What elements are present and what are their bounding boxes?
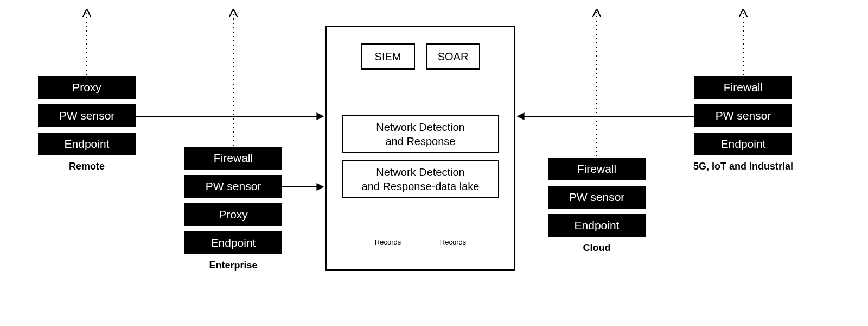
enterprise-firewall-pill: Firewall [184,147,282,170]
remote-proxy-pill: Proxy [38,76,136,99]
soar-box: SOAR [426,43,480,70]
iot-item-1: PW sensor [716,109,771,122]
enterprise-proxy-pill: Proxy [184,203,282,226]
iot-label: 5G, IoT and industrial [678,161,808,172]
cloud-firewall-pill: Firewall [548,158,646,180]
remote-item-0: Proxy [72,81,101,94]
cloud-pwsensor-pill: PW sensor [548,186,646,209]
enterprise-endpoint-pill: Endpoint [184,231,282,254]
remote-item-1: PW sensor [59,109,115,122]
enterprise-pwsensor-pill: PW sensor [184,175,282,198]
ndr-box-1: Network Detection and Response [342,115,499,153]
enterprise-item-3: Endpoint [211,236,256,249]
cloud-item-0: Firewall [577,162,616,175]
records-label-2: Records [437,238,469,246]
enterprise-item-2: Proxy [219,208,248,221]
siem-box: SIEM [361,43,415,70]
iot-item-2: Endpoint [721,137,766,151]
enterprise-item-0: Firewall [214,152,253,165]
cloud-item-1: PW sensor [569,191,625,204]
iot-pwsensor-pill: PW sensor [694,104,792,127]
siem-label: SIEM [375,49,401,64]
ndr2-label: Network Detection and Response-data lake [362,165,480,193]
iot-item-0: Firewall [724,81,763,94]
enterprise-label: Enterprise [184,260,282,271]
cloud-item-2: Endpoint [575,219,620,232]
remote-label: Remote [38,161,136,172]
records-label-1: Records [372,238,404,246]
enterprise-item-1: PW sensor [206,180,261,193]
diagram-canvas: Proxy PW sensor Endpoint Remote Firewall… [0,0,868,326]
remote-pwsensor-pill: PW sensor [38,104,136,127]
remote-item-2: Endpoint [65,137,110,151]
ndr1-label: Network Detection and Response [376,120,464,148]
cloud-endpoint-pill: Endpoint [548,214,646,237]
iot-endpoint-pill: Endpoint [694,133,792,155]
soar-label: SOAR [438,49,469,64]
iot-firewall-pill: Firewall [694,76,792,99]
cloud-label: Cloud [548,242,646,254]
remote-endpoint-pill: Endpoint [38,133,136,155]
ndr-box-2: Network Detection and Response-data lake [342,160,499,198]
